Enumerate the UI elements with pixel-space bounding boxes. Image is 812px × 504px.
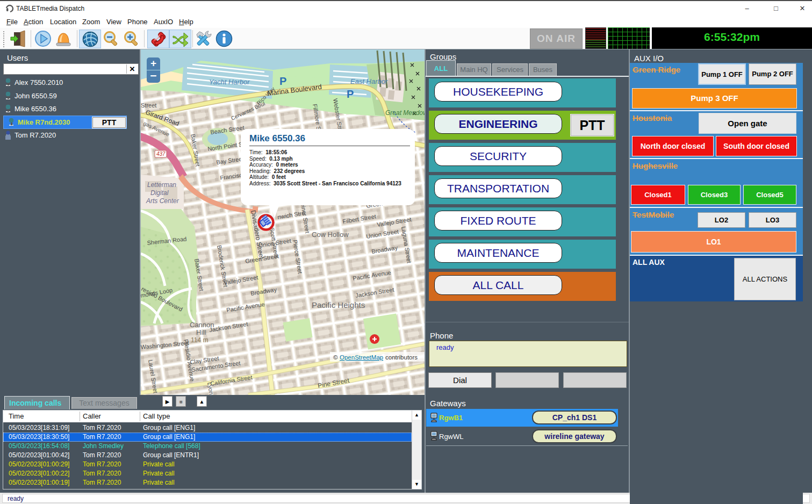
svg-text:Arts Center: Arts Center: [146, 197, 179, 205]
svg-text:Street: Street: [141, 102, 156, 109]
svg-text:Digital: Digital: [150, 189, 169, 197]
svg-text:P: P: [347, 88, 354, 100]
svg-text:OpenStreetMap: OpenStreetMap: [340, 354, 383, 361]
svg-text:Pacific Heights: Pacific Heights: [312, 300, 365, 309]
svg-text:Cow Hollow: Cow Hollow: [312, 231, 349, 239]
svg-text:Cannon: Cannon: [190, 321, 214, 329]
svg-text:437: 437: [156, 151, 166, 157]
svg-text:Hill: Hill: [196, 328, 206, 336]
svg-text:114 m: 114 m: [191, 336, 208, 344]
svg-text:contributors: contributors: [385, 354, 418, 361]
svg-text:Letterman: Letterman: [147, 181, 176, 189]
svg-text:Great Meadow: Great Meadow: [385, 109, 425, 117]
svg-text:P: P: [279, 75, 286, 87]
svg-text:©: ©: [333, 354, 338, 361]
svg-text:Yacht Harbor: Yacht Harbor: [209, 78, 250, 86]
svg-text:East Harbor: East Harbor: [350, 77, 388, 85]
